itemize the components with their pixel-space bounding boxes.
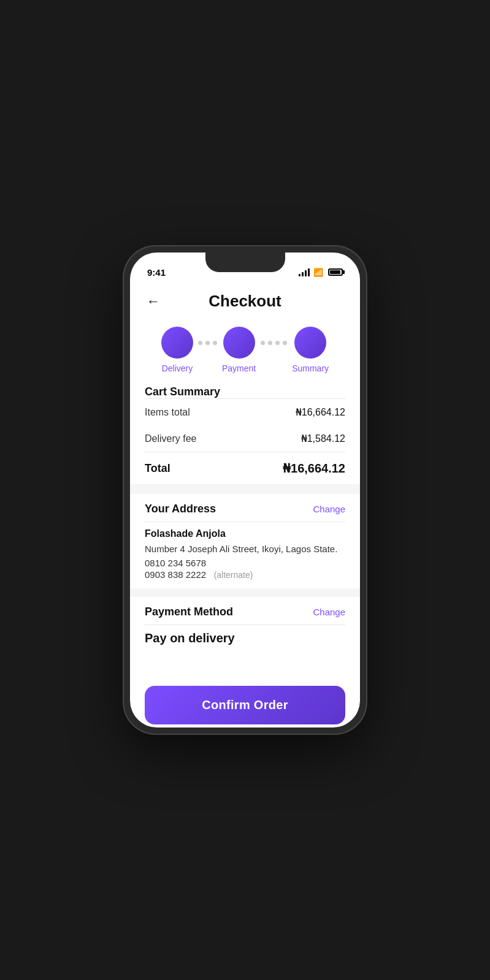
dot-icon (205, 341, 210, 345)
step-label-payment: Payment (222, 363, 256, 373)
battery-icon (328, 268, 343, 276)
step-dot-payment (223, 327, 255, 359)
payment-change-button[interactable]: Change (313, 607, 345, 617)
dot-icon (261, 341, 265, 345)
dot-icon (283, 341, 287, 345)
items-total-value: ₦16,664.12 (296, 406, 345, 418)
delivery-fee-label: Delivery fee (145, 433, 196, 444)
dot-icon (198, 341, 202, 345)
status-time: 9:41 (147, 267, 166, 278)
payment-section-title: Payment Method (145, 606, 233, 618)
delivery-fee-value: ₦1,584.12 (301, 433, 345, 444)
screen-content: ← Checkout Delivery (130, 283, 360, 727)
step-dots-2 (261, 341, 287, 360)
header: ← Checkout (130, 283, 360, 321)
address-section-title: Your Address (145, 503, 216, 515)
cart-summary-title: Cart Summary (145, 377, 220, 404)
dot-icon (275, 341, 280, 345)
address-street: Number 4 Joseph Ali Street, Ikoyi, Lagos… (145, 542, 345, 556)
total-row: Total ₦16,664.12 (145, 452, 345, 484)
items-total-label: Items total (145, 407, 190, 418)
total-value: ₦16,664.12 (283, 461, 345, 476)
phone-screen: 9:41 📶 ← Checkout (130, 253, 360, 727)
address-section-header: Your Address Change (145, 494, 345, 522)
dot-icon (213, 341, 217, 345)
section-gap (130, 484, 360, 494)
back-arrow-icon: ← (147, 294, 160, 310)
step-label-summary: Summary (292, 363, 329, 373)
signal-bars-icon (299, 268, 310, 276)
confirm-order-button[interactable]: Confirm Order (145, 686, 345, 724)
step-payment: Payment (222, 327, 256, 373)
address-alt-label: (alternate) (214, 570, 253, 580)
progress-steps: Delivery Payment (130, 321, 360, 386)
step-dots-1 (198, 341, 217, 360)
section-gap-2 (130, 588, 360, 597)
wifi-icon: 📶 (313, 268, 323, 277)
page-title: Checkout (209, 292, 281, 311)
address-change-button[interactable]: Change (313, 504, 345, 514)
total-label: Total (145, 462, 170, 475)
address-section: Your Address Change Folashade Anjola Num… (130, 494, 360, 580)
notch (205, 253, 285, 272)
step-dot-summary (294, 327, 326, 359)
step-label-delivery: Delivery (162, 363, 193, 373)
address-name: Folashade Anjola (145, 522, 345, 542)
payment-method-section: Payment Method Change Pay on delivery (130, 597, 360, 649)
step-dot-delivery (161, 327, 193, 359)
phone-shell: 9:41 📶 ← Checkout (123, 245, 367, 735)
step-summary: Summary (292, 327, 329, 373)
delivery-fee-row: Delivery fee ₦1,584.12 (145, 425, 345, 452)
address-alt-number: 0903 838 2222 (145, 569, 206, 580)
payment-method-value: Pay on delivery (145, 625, 345, 649)
address-alt-phone: 0903 838 2222 (alternate) (145, 568, 345, 580)
address-phone: 0810 234 5678 (145, 556, 345, 568)
payment-section-header: Payment Method Change (145, 597, 345, 625)
cart-summary-section: Cart Summary Items total ₦16,664.12 Deli… (130, 386, 360, 484)
step-delivery: Delivery (161, 327, 193, 373)
confirm-section: Confirm Order (130, 674, 360, 727)
dot-icon (268, 341, 272, 345)
status-icons: 📶 (299, 268, 343, 277)
back-button[interactable]: ← (142, 291, 164, 313)
